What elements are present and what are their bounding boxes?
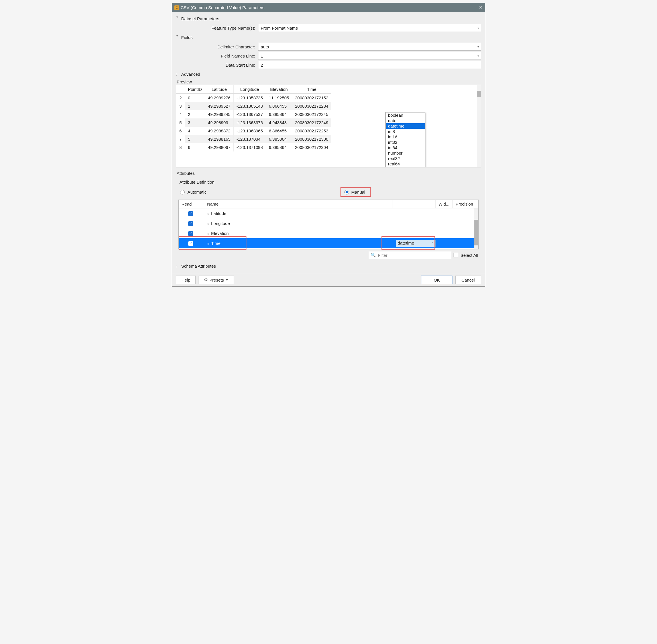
- cell: -123.1371098: [233, 143, 266, 152]
- attr-row-time[interactable]: ✓ ▷Time datetime ˅: [179, 238, 478, 248]
- type-option[interactable]: int8: [386, 129, 425, 134]
- cell: 20080302172249: [292, 118, 331, 127]
- chevron-down-icon: ▼: [226, 278, 228, 281]
- feature-type-label: Feature Type Name(s):: [176, 26, 258, 30]
- checkbox-icon[interactable]: ✓: [188, 241, 193, 246]
- type-option[interactable]: datetime: [386, 123, 425, 129]
- cell: 20080302172300: [292, 135, 331, 143]
- col-header[interactable]: Elevation: [266, 85, 292, 94]
- cancel-button[interactable]: Cancel: [455, 276, 481, 284]
- attribute-definition-label: Attribute Definition: [178, 179, 479, 187]
- attr-row-elevation[interactable]: ✓ ▷Elevation: [179, 228, 478, 238]
- checkbox-icon[interactable]: ✓: [188, 221, 193, 226]
- ok-button[interactable]: OK: [421, 276, 453, 284]
- col-prec[interactable]: Precision: [453, 200, 478, 208]
- datastart-input[interactable]: 2: [258, 61, 481, 69]
- attributes-label: Attributes: [176, 167, 481, 176]
- filter-input[interactable]: 🔍 Filter: [369, 251, 451, 259]
- col-header[interactable]: Longitude: [233, 85, 266, 94]
- checkbox-icon[interactable]: ✓: [188, 231, 193, 236]
- section-dataset-parameters[interactable]: ˅ Dataset Parameters: [176, 14, 481, 23]
- cell: 49.2989245: [205, 110, 233, 118]
- row-header[interactable]: 8: [176, 143, 185, 152]
- triangle-right-icon: ▷: [207, 212, 210, 215]
- type-dropdown-popup[interactable]: booleandatedatetimeint8int16int32int64nu…: [386, 112, 425, 167]
- row-header[interactable]: 2: [176, 94, 185, 102]
- select-all-checkbox[interactable]: [454, 253, 458, 257]
- triangle-right-icon: ▷: [207, 232, 210, 235]
- cell: 6.866455: [266, 127, 292, 135]
- cell: 20080302172253: [292, 127, 331, 135]
- type-option[interactable]: real32: [386, 156, 425, 161]
- app-icon: E: [174, 5, 179, 10]
- filter-placeholder: Filter: [378, 253, 387, 258]
- delimiter-label: Delimiter Character:: [176, 44, 258, 49]
- attr-row-latitude[interactable]: ✓ ▷Latitude: [179, 208, 478, 218]
- triangle-right-icon: ▷: [207, 242, 210, 246]
- section-advanced[interactable]: › Advanced: [176, 70, 481, 78]
- cell: 6.385864: [266, 135, 292, 143]
- cell: 49.2989276: [205, 94, 233, 102]
- cell: 49.2988067: [205, 143, 233, 152]
- cell: -123.137034: [233, 135, 266, 143]
- cell: 49.298903: [205, 118, 233, 127]
- cell: 49.2988872: [205, 127, 233, 135]
- col-type[interactable]: [393, 200, 436, 208]
- triangle-right-icon: ▷: [207, 222, 210, 226]
- type-option[interactable]: boolean: [386, 112, 425, 118]
- type-option[interactable]: number: [386, 150, 425, 156]
- type-option[interactable]: int64: [386, 145, 425, 150]
- delimiter-select[interactable]: auto ▾: [258, 43, 481, 51]
- cell: 2: [185, 110, 205, 118]
- cell: 3: [185, 118, 205, 127]
- chevron-down-icon: ˅: [176, 35, 179, 40]
- col-read[interactable]: Read: [179, 200, 204, 208]
- type-option[interactable]: date: [386, 118, 425, 123]
- preview-table: PointID Latitude Longitude Elevation Tim…: [176, 85, 331, 152]
- cell: -123.1368376: [233, 118, 266, 127]
- col-header[interactable]: PointID: [185, 85, 205, 94]
- scrollbar[interactable]: [477, 85, 481, 167]
- cell: 5: [185, 135, 205, 143]
- checkbox-icon[interactable]: ✓: [188, 211, 193, 216]
- titlebar: E CSV (Comma Separated Value) Parameters…: [172, 3, 485, 12]
- presets-button[interactable]: ⚙ Presets ▼: [199, 276, 234, 284]
- chevron-right-icon: ›: [176, 72, 179, 76]
- select-all-label: Select All: [460, 253, 478, 258]
- attr-row-longitude[interactable]: ✓ ▷Longitude: [179, 218, 478, 228]
- scrollbar[interactable]: [474, 208, 478, 249]
- chevron-down-icon: ˅: [432, 242, 434, 245]
- cell: -123.1358735: [233, 94, 266, 102]
- type-option[interactable]: int32: [386, 139, 425, 145]
- section-fields[interactable]: ˅ Fields: [176, 33, 481, 42]
- row-header[interactable]: 6: [176, 127, 185, 135]
- feature-type-select[interactable]: From Format Name ▾: [258, 24, 481, 32]
- cell: 0: [185, 94, 205, 102]
- col-header[interactable]: Latitude: [205, 85, 233, 94]
- type-select[interactable]: datetime ˅: [396, 240, 436, 247]
- cell: 20080302172152: [292, 94, 331, 102]
- type-option[interactable]: real64: [386, 161, 425, 166]
- close-icon[interactable]: ✕: [479, 5, 483, 10]
- row-header[interactable]: 5: [176, 118, 185, 127]
- dialog-window: E CSV (Comma Separated Value) Parameters…: [172, 3, 485, 287]
- row-header[interactable]: 3: [176, 102, 185, 110]
- cell: 6.385864: [266, 110, 292, 118]
- fieldnames-select[interactable]: 1 ▾: [258, 52, 481, 60]
- help-button[interactable]: Help: [176, 276, 196, 284]
- col-name[interactable]: Name: [204, 200, 393, 208]
- preview-label: Preview: [176, 78, 481, 85]
- col-header[interactable]: Time: [292, 85, 331, 94]
- cell: 20080302172234: [292, 102, 331, 110]
- radio-automatic[interactable]: [180, 190, 184, 194]
- type-option[interactable]: int16: [386, 134, 425, 139]
- section-title: Advanced: [181, 72, 200, 76]
- type-option[interactable]: string: [386, 166, 425, 167]
- col-wid[interactable]: Wid...: [436, 200, 453, 208]
- row-header[interactable]: 4: [176, 110, 185, 118]
- radio-manual[interactable]: [345, 190, 349, 194]
- chevron-down-icon: ˅: [176, 16, 179, 21]
- row-header[interactable]: 7: [176, 135, 185, 143]
- cell: 20080302172304: [292, 143, 331, 152]
- section-schema-attributes[interactable]: › Schema Attributes: [176, 262, 481, 270]
